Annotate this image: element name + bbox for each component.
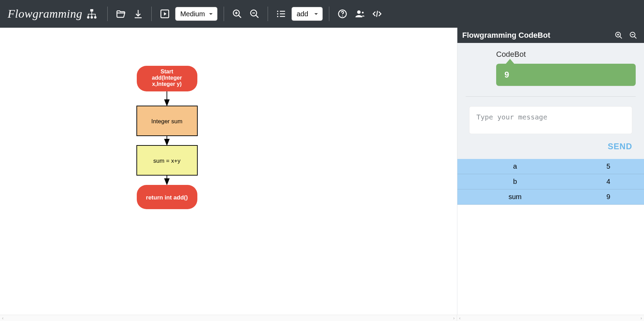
help-button[interactable] bbox=[336, 7, 349, 21]
variable-name: a bbox=[457, 159, 573, 174]
scroll-right-icon: › bbox=[453, 316, 455, 321]
svg-rect-6 bbox=[88, 14, 89, 16]
svg-point-25 bbox=[357, 10, 360, 14]
variable-value: 5 bbox=[573, 159, 644, 174]
flow-node-start-line1: Start bbox=[161, 69, 173, 74]
about-button[interactable] bbox=[353, 7, 367, 21]
flow-node-start-line2: add(Integer bbox=[152, 75, 182, 81]
separator bbox=[329, 7, 329, 21]
user-group-icon bbox=[355, 9, 365, 19]
variable-name: b bbox=[457, 174, 573, 189]
divider bbox=[466, 96, 636, 97]
panel-h-scrollbar[interactable]: ‹› bbox=[457, 315, 644, 321]
variable-row: a5 bbox=[457, 159, 644, 174]
brand-logo: Flowgramming bbox=[8, 7, 98, 20]
variable-row: sum9 bbox=[457, 189, 644, 205]
play-icon bbox=[160, 9, 170, 19]
run-button[interactable] bbox=[158, 7, 172, 21]
canvas-zoom-in-button[interactable] bbox=[230, 7, 244, 21]
separator bbox=[268, 7, 268, 21]
flow-node-return[interactable]: return int add() bbox=[137, 185, 197, 209]
svg-point-19 bbox=[277, 16, 278, 17]
zoom-in-icon bbox=[232, 9, 242, 19]
svg-rect-8 bbox=[95, 14, 96, 16]
bottom-scrollbars: ‹› ‹› bbox=[0, 315, 644, 321]
svg-line-36 bbox=[634, 36, 636, 38]
top-toolbar: Flowgramming Medium bbox=[0, 0, 644, 28]
flow-node-assign-text: sum = x+y bbox=[153, 158, 181, 164]
codebot-chat-area: CodeBot 9 bbox=[457, 43, 644, 106]
flowchart-canvas[interactable]: Start add(Integer x,Integer y) Integer s… bbox=[0, 28, 457, 315]
svg-rect-1 bbox=[87, 16, 89, 19]
codebot-header: Flowgramming CodeBot bbox=[457, 28, 644, 43]
codebot-sender-label: CodeBot bbox=[496, 50, 636, 59]
flow-node-declare-text: Integer sum bbox=[151, 118, 182, 125]
functions-list-button[interactable] bbox=[274, 7, 288, 21]
scroll-right-icon: › bbox=[641, 316, 642, 321]
flow-node-start-line3: x,Integer y) bbox=[152, 81, 181, 87]
svg-rect-4 bbox=[91, 11, 92, 14]
svg-rect-7 bbox=[91, 14, 92, 16]
flow-node-start[interactable]: Start add(Integer x,Integer y) bbox=[137, 66, 197, 91]
codebot-zoom-out-button[interactable] bbox=[627, 29, 639, 41]
variable-value: 9 bbox=[573, 189, 644, 205]
zoom-in-icon bbox=[615, 31, 623, 39]
code-icon bbox=[372, 9, 382, 19]
main-area: Start add(Integer x,Integer y) Integer s… bbox=[0, 28, 644, 315]
variable-name: sum bbox=[457, 189, 573, 205]
svg-rect-3 bbox=[94, 16, 96, 19]
open-folder-button[interactable] bbox=[114, 7, 128, 21]
brand-name: Flowgramming bbox=[8, 7, 82, 20]
codebot-title: Flowgramming CodeBot bbox=[462, 31, 550, 40]
function-select-wrap: add bbox=[292, 7, 323, 21]
download-icon bbox=[133, 9, 143, 19]
speed-select[interactable]: Medium bbox=[175, 7, 217, 21]
svg-line-32 bbox=[620, 36, 622, 38]
svg-point-24 bbox=[342, 16, 343, 17]
help-icon bbox=[337, 9, 348, 19]
flowchart-svg: Start add(Integer x,Integer y) Integer s… bbox=[0, 28, 346, 270]
scroll-left-icon: ‹ bbox=[2, 316, 3, 321]
variable-table: a5b4sum9 bbox=[457, 159, 644, 205]
codebot-panel: Flowgramming CodeBot CodeBot 9 SEND bbox=[457, 28, 644, 315]
function-select[interactable]: add bbox=[292, 7, 323, 21]
separator bbox=[224, 7, 224, 21]
sitemap-icon bbox=[86, 8, 98, 20]
variable-row: b4 bbox=[457, 174, 644, 189]
zoom-out-icon bbox=[629, 31, 637, 39]
svg-rect-2 bbox=[90, 16, 93, 19]
codebot-zoom-in-button[interactable] bbox=[613, 29, 625, 41]
svg-line-15 bbox=[256, 15, 258, 18]
flow-node-assign[interactable]: sum = x+y bbox=[137, 145, 197, 175]
variable-value: 4 bbox=[573, 174, 644, 189]
folder-open-icon bbox=[116, 9, 126, 19]
view-code-button[interactable] bbox=[370, 7, 384, 21]
speed-select-wrap: Medium bbox=[175, 7, 217, 21]
codebot-input[interactable] bbox=[469, 106, 632, 134]
svg-point-18 bbox=[277, 13, 278, 15]
codebot-message-text: 9 bbox=[504, 70, 509, 79]
svg-rect-0 bbox=[90, 9, 93, 11]
canvas-zoom-out-button[interactable] bbox=[248, 7, 261, 21]
svg-point-26 bbox=[362, 12, 364, 14]
download-button[interactable] bbox=[131, 7, 145, 21]
scroll-left-icon: ‹ bbox=[459, 316, 460, 321]
codebot-message-bubble: 9 bbox=[496, 64, 636, 86]
svg-line-11 bbox=[238, 15, 241, 18]
zoom-out-icon bbox=[249, 9, 260, 19]
codebot-send-button[interactable]: SEND bbox=[608, 142, 632, 151]
separator bbox=[107, 7, 108, 21]
canvas-h-scrollbar[interactable]: ‹› bbox=[0, 315, 457, 321]
flow-node-declare[interactable]: Integer sum bbox=[137, 106, 197, 136]
svg-point-17 bbox=[277, 11, 278, 12]
flow-node-return-text: return int add() bbox=[146, 194, 188, 201]
separator bbox=[151, 7, 152, 21]
list-icon bbox=[276, 9, 286, 19]
